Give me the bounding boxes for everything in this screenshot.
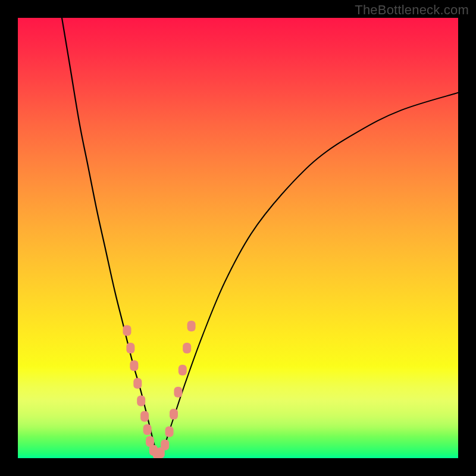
marker-dot [183,343,191,353]
marker-dot [137,396,145,406]
attribution-text: TheBottleneck.com [355,2,469,18]
marker-dot [140,411,149,422]
marker-dot [130,361,138,371]
marker-dot [126,343,134,353]
curve-layer [18,18,458,458]
outer-frame: TheBottleneck.com [0,0,476,476]
marker-dot [174,387,182,397]
marker-dot [161,440,169,450]
marker-dot [143,424,152,435]
marker-dot [187,321,196,331]
marker-dot [123,325,131,336]
marker-dot [165,427,174,437]
marker-dot [178,365,187,375]
marker-dot [133,378,142,389]
marker-dots [123,321,196,458]
curve-left [62,18,159,456]
plot-area [18,18,458,458]
curve-right [159,93,458,456]
marker-dot [170,409,178,419]
